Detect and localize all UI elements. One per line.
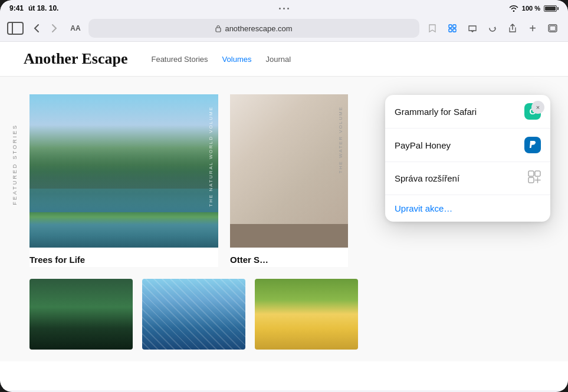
share-button[interactable] (504, 20, 521, 37)
extensions-button[interactable] (444, 20, 461, 37)
manage-label: Správa rozšíření (395, 173, 459, 183)
forward-button[interactable] (46, 20, 63, 37)
article-title-2: Otter S… (230, 248, 348, 267)
dropdown-close-button[interactable]: × (531, 101, 544, 114)
edit-actions-label: Upravit akce… (395, 203, 452, 213)
manage-extensions-item[interactable]: Správa rozšíření (385, 162, 550, 195)
webpage: Another Escape Featured Stories Volumes … (0, 42, 568, 390)
paypal-honey-icon (524, 137, 541, 153)
thumb-3[interactable] (255, 279, 358, 350)
wifi-icon (509, 5, 518, 12)
svg-rect-0 (216, 28, 221, 32)
article-image-1: THE NATURAL WORLD VOLUME (29, 94, 218, 248)
reload-button[interactable] (484, 20, 501, 37)
nav-journal[interactable]: Journal (265, 55, 291, 64)
second-row (0, 279, 568, 361)
article-card-2[interactable]: THE WATER VOLUME Otter S… (230, 94, 348, 267)
toolbar-icons: + (424, 20, 561, 37)
svg-rect-1 (449, 25, 452, 28)
dot-3 (287, 8, 289, 9)
bookmark-button[interactable] (424, 20, 441, 37)
airplay-button[interactable] (464, 20, 481, 37)
manage-icon (528, 170, 541, 186)
paypal-label: PayPal Honey (395, 140, 451, 150)
extensions-dropdown: × Grammarly for Safari G PayPal Honey (385, 95, 550, 222)
svg-rect-8 (535, 171, 540, 176)
svg-rect-2 (453, 25, 456, 28)
sidebar-toggle[interactable] (7, 22, 24, 35)
nav-volumes[interactable]: Volumes (222, 55, 252, 64)
status-right: 100 % (509, 5, 559, 12)
svg-rect-9 (528, 177, 534, 183)
battery-percent: 100 % (522, 5, 540, 12)
dot-2 (283, 8, 285, 9)
svg-rect-3 (449, 29, 452, 32)
thumb-2[interactable] (142, 279, 245, 350)
volume-label-2: THE WATER VOLUME (338, 106, 343, 173)
address-bar[interactable]: anotherescape.com (88, 19, 419, 38)
landscape-photo-2 (230, 94, 348, 248)
svg-rect-6 (550, 26, 556, 31)
site-logo: Another Escape (24, 50, 127, 68)
article-card-1[interactable]: THE NATURAL WORLD VOLUME Trees for Life (29, 94, 218, 267)
lock-icon (215, 25, 221, 32)
address-text: anotherescape.com (225, 24, 292, 33)
thumb-1[interactable] (29, 279, 133, 350)
edit-actions-item[interactable]: Upravit akce… (385, 195, 550, 222)
landscape-photo-1 (29, 94, 218, 248)
date: út 18. 10. (28, 4, 58, 12)
nav-featured-stories[interactable]: Featured Stories (151, 55, 208, 64)
status-left: 9:41 út 18. 10. (9, 4, 58, 12)
paypal-honey-item[interactable]: PayPal Honey (385, 129, 550, 162)
nav-group (28, 20, 63, 37)
browser-chrome: AA anotherescape.com (0, 17, 568, 42)
reader-view-button[interactable]: AA (67, 20, 84, 37)
device-frame: 9:41 út 18. 10. 100 % (0, 0, 568, 392)
back-button[interactable] (28, 20, 45, 37)
time: 9:41 (9, 4, 24, 12)
site-header: Another Escape Featured Stories Volumes … (0, 42, 568, 77)
dot-1 (279, 8, 281, 9)
featured-stories-label: FEATURED STORIES (12, 124, 18, 205)
grammarly-label: Grammarly for Safari (395, 107, 477, 117)
svg-rect-7 (528, 171, 534, 176)
status-bar: 9:41 út 18. 10. 100 % (0, 0, 568, 17)
add-tab-button[interactable]: + (524, 20, 541, 37)
grammarly-item[interactable]: Grammarly for Safari G (385, 95, 550, 129)
svg-rect-4 (453, 29, 456, 32)
site-nav: Featured Stories Volumes Journal (151, 55, 291, 64)
battery-icon (544, 5, 559, 12)
status-center (279, 8, 289, 9)
article-image-2: THE WATER VOLUME (230, 94, 348, 248)
article-title-1: Trees for Life (29, 248, 218, 267)
volume-label-1: THE NATURAL WORLD VOLUME (208, 106, 214, 207)
tab-overview-button[interactable] (544, 20, 561, 37)
